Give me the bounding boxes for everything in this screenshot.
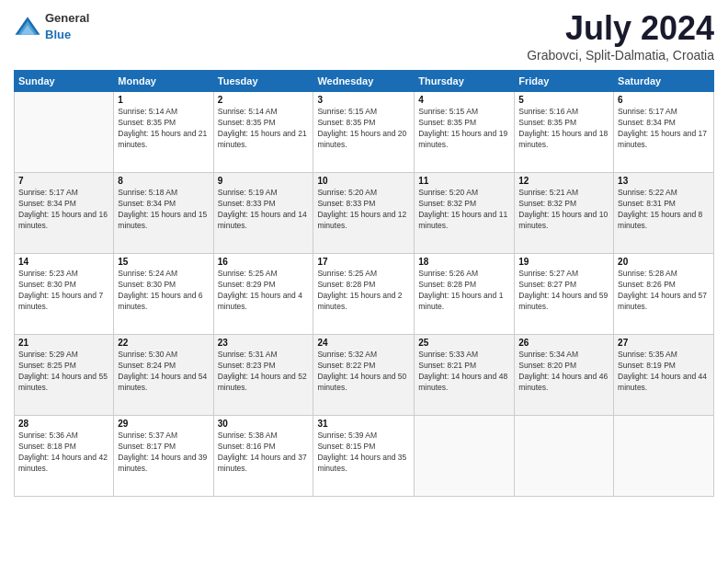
day-info: Sunrise: 5:34 AMSunset: 8:20 PMDaylight:… (518, 350, 609, 394)
header: General Blue July 2024 Grabovci, Split-D… (14, 9, 714, 63)
day-number: 30 (218, 419, 310, 429)
day-number: 5 (518, 95, 609, 105)
table-row: 3Sunrise: 5:15 AMSunset: 8:35 PMDaylight… (313, 92, 415, 173)
table-row: 17Sunrise: 5:25 AMSunset: 8:28 PMDayligh… (313, 254, 415, 335)
day-number: 21 (18, 338, 109, 348)
day-number: 2 (218, 95, 310, 105)
calendar-week-2: 7Sunrise: 5:17 AMSunset: 8:34 PMDaylight… (15, 173, 714, 254)
header-monday: Monday (114, 71, 213, 92)
table-row: 22Sunrise: 5:30 AMSunset: 8:24 PMDayligh… (114, 335, 213, 416)
day-number: 6 (618, 95, 710, 105)
calendar-week-5: 28Sunrise: 5:36 AMSunset: 8:18 PMDayligh… (15, 416, 714, 497)
day-info: Sunrise: 5:20 AMSunset: 8:32 PMDaylight:… (418, 188, 510, 232)
header-friday: Friday (515, 71, 614, 92)
page: General Blue July 2024 Grabovci, Split-D… (0, 0, 728, 563)
month-title: July 2024 (527, 9, 714, 48)
day-number: 15 (118, 257, 209, 267)
table-row (614, 416, 714, 497)
table-row: 11Sunrise: 5:20 AMSunset: 8:32 PMDayligh… (415, 173, 515, 254)
day-info: Sunrise: 5:15 AMSunset: 8:35 PMDaylight:… (317, 107, 410, 151)
header-tuesday: Tuesday (213, 71, 313, 92)
day-info: Sunrise: 5:25 AMSunset: 8:29 PMDaylight:… (218, 269, 310, 313)
table-row: 28Sunrise: 5:36 AMSunset: 8:18 PMDayligh… (15, 416, 114, 497)
day-info: Sunrise: 5:18 AMSunset: 8:34 PMDaylight:… (118, 188, 209, 232)
table-row: 4Sunrise: 5:15 AMSunset: 8:35 PMDaylight… (415, 92, 515, 173)
header-saturday: Saturday (614, 71, 714, 92)
day-info: Sunrise: 5:36 AMSunset: 8:18 PMDaylight:… (18, 431, 109, 475)
table-row: 26Sunrise: 5:34 AMSunset: 8:20 PMDayligh… (515, 335, 614, 416)
table-row: 2Sunrise: 5:14 AMSunset: 8:35 PMDaylight… (213, 92, 313, 173)
table-row: 29Sunrise: 5:37 AMSunset: 8:17 PMDayligh… (114, 416, 213, 497)
table-row: 12Sunrise: 5:21 AMSunset: 8:32 PMDayligh… (515, 173, 614, 254)
logo-icon (14, 15, 41, 37)
subtitle: Grabovci, Split-Dalmatia, Croatia (527, 48, 714, 63)
table-row: 30Sunrise: 5:38 AMSunset: 8:16 PMDayligh… (213, 416, 313, 497)
day-info: Sunrise: 5:28 AMSunset: 8:26 PMDaylight:… (618, 269, 710, 313)
day-info: Sunrise: 5:19 AMSunset: 8:33 PMDaylight:… (218, 188, 310, 232)
logo-blue: Blue (45, 28, 71, 41)
day-info: Sunrise: 5:25 AMSunset: 8:28 PMDaylight:… (317, 269, 410, 313)
day-number: 9 (218, 176, 310, 186)
day-number: 18 (418, 257, 510, 267)
day-info: Sunrise: 5:38 AMSunset: 8:16 PMDaylight:… (218, 431, 310, 475)
day-number: 12 (518, 176, 609, 186)
day-info: Sunrise: 5:17 AMSunset: 8:34 PMDaylight:… (618, 107, 710, 151)
day-info: Sunrise: 5:37 AMSunset: 8:17 PMDaylight:… (118, 431, 209, 475)
day-number: 24 (317, 338, 410, 348)
day-info: Sunrise: 5:35 AMSunset: 8:19 PMDaylight:… (618, 350, 710, 394)
table-row: 1Sunrise: 5:14 AMSunset: 8:35 PMDaylight… (114, 92, 213, 173)
day-info: Sunrise: 5:29 AMSunset: 8:25 PMDaylight:… (18, 350, 109, 394)
day-number: 7 (18, 176, 109, 186)
day-number: 17 (317, 257, 410, 267)
day-number: 25 (418, 338, 510, 348)
day-number: 31 (317, 419, 410, 429)
logo: General Blue (14, 9, 89, 42)
table-row: 18Sunrise: 5:26 AMSunset: 8:28 PMDayligh… (415, 254, 515, 335)
day-number: 8 (118, 176, 209, 186)
day-info: Sunrise: 5:32 AMSunset: 8:22 PMDaylight:… (317, 350, 410, 394)
day-number: 29 (118, 419, 209, 429)
day-number: 19 (518, 257, 609, 267)
header-wednesday: Wednesday (313, 71, 415, 92)
day-number: 1 (118, 95, 209, 105)
day-info: Sunrise: 5:23 AMSunset: 8:30 PMDaylight:… (18, 269, 109, 313)
day-info: Sunrise: 5:24 AMSunset: 8:30 PMDaylight:… (118, 269, 209, 313)
table-row: 23Sunrise: 5:31 AMSunset: 8:23 PMDayligh… (213, 335, 313, 416)
day-info: Sunrise: 5:39 AMSunset: 8:15 PMDaylight:… (317, 431, 410, 475)
table-row: 25Sunrise: 5:33 AMSunset: 8:21 PMDayligh… (415, 335, 515, 416)
table-row: 27Sunrise: 5:35 AMSunset: 8:19 PMDayligh… (614, 335, 714, 416)
day-number: 11 (418, 176, 510, 186)
day-info: Sunrise: 5:14 AMSunset: 8:35 PMDaylight:… (118, 107, 209, 151)
title-area: July 2024 Grabovci, Split-Dalmatia, Croa… (527, 9, 714, 63)
table-row: 10Sunrise: 5:20 AMSunset: 8:33 PMDayligh… (313, 173, 415, 254)
table-row: 24Sunrise: 5:32 AMSunset: 8:22 PMDayligh… (313, 335, 415, 416)
day-info: Sunrise: 5:27 AMSunset: 8:27 PMDaylight:… (518, 269, 609, 313)
logo-general: General (45, 11, 89, 25)
table-row: 9Sunrise: 5:19 AMSunset: 8:33 PMDaylight… (213, 173, 313, 254)
table-row: 20Sunrise: 5:28 AMSunset: 8:26 PMDayligh… (614, 254, 714, 335)
calendar-week-3: 14Sunrise: 5:23 AMSunset: 8:30 PMDayligh… (15, 254, 714, 335)
table-row (15, 92, 114, 173)
header-thursday: Thursday (415, 71, 515, 92)
day-info: Sunrise: 5:21 AMSunset: 8:32 PMDaylight:… (518, 188, 609, 232)
day-number: 13 (618, 176, 710, 186)
table-row: 7Sunrise: 5:17 AMSunset: 8:34 PMDaylight… (15, 173, 114, 254)
day-number: 10 (317, 176, 410, 186)
day-info: Sunrise: 5:26 AMSunset: 8:28 PMDaylight:… (418, 269, 510, 313)
day-number: 28 (18, 419, 109, 429)
table-row: 21Sunrise: 5:29 AMSunset: 8:25 PMDayligh… (15, 335, 114, 416)
day-number: 26 (518, 338, 609, 348)
day-number: 22 (118, 338, 209, 348)
day-number: 16 (218, 257, 310, 267)
day-info: Sunrise: 5:16 AMSunset: 8:35 PMDaylight:… (518, 107, 609, 151)
day-number: 27 (618, 338, 710, 348)
table-row: 31Sunrise: 5:39 AMSunset: 8:15 PMDayligh… (313, 416, 415, 497)
table-row: 14Sunrise: 5:23 AMSunset: 8:30 PMDayligh… (15, 254, 114, 335)
table-row: 8Sunrise: 5:18 AMSunset: 8:34 PMDaylight… (114, 173, 213, 254)
table-row: 16Sunrise: 5:25 AMSunset: 8:29 PMDayligh… (213, 254, 313, 335)
table-row (415, 416, 515, 497)
table-row: 15Sunrise: 5:24 AMSunset: 8:30 PMDayligh… (114, 254, 213, 335)
calendar-week-4: 21Sunrise: 5:29 AMSunset: 8:25 PMDayligh… (15, 335, 714, 416)
day-info: Sunrise: 5:14 AMSunset: 8:35 PMDaylight:… (218, 107, 310, 151)
weekday-header-row: Sunday Monday Tuesday Wednesday Thursday… (15, 71, 714, 92)
